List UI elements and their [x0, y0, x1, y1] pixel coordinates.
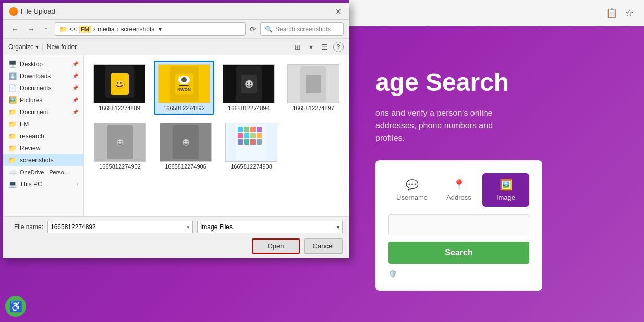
file-item-1665812274894[interactable]: 😀 1665812274894 — [218, 61, 279, 115]
new-folder-button[interactable]: New folder — [47, 43, 77, 51]
filename-1665812274894: 1665812274894 — [228, 105, 270, 111]
document-folder-icon: 📁 — [8, 108, 17, 116]
file-item-1665812274902[interactable]: 😀 1665812274902 — [89, 119, 151, 173]
search-bar[interactable]: 🔍 Search screenshots — [260, 22, 344, 36]
thumbnail-1665812274908 — [225, 123, 277, 162]
thumbnail-1665812274902: 😀 — [94, 123, 146, 162]
file-item-1665812274892[interactable]: NWON 1665812274892 — [154, 61, 214, 115]
image-icon: 🖼️ — [500, 178, 513, 191]
dialog-title: File Upload — [21, 7, 55, 15]
open-button[interactable]: Open — [252, 238, 300, 254]
dialog-title-area: File Upload — [9, 7, 55, 16]
file-item-1665812274889[interactable]: 😀 1665812274889 — [89, 61, 150, 115]
dialog-titlebar: File Upload ✕ — [3, 3, 349, 20]
breadcrumb-icon: 📁 — [59, 26, 67, 33]
filetype-select[interactable]: Image Files ▾ — [197, 221, 343, 233]
sidebar-item-documents[interactable]: 📄 Documents 📌 — [3, 82, 83, 94]
site-title: age Search — [375, 68, 623, 97]
file-upload-dialog: File Upload ✕ ← → ↑ 📁 << FM › media › sc… — [3, 3, 349, 258]
pin-icon-documents: 📌 — [72, 85, 78, 91]
fm-icon: 📁 — [8, 120, 17, 128]
view-detail-button[interactable]: ☰ — [318, 41, 331, 53]
breadcrumb-arrow: › — [93, 26, 95, 33]
breadcrumb-bar[interactable]: 📁 << FM › media › screenshots ▾ — [55, 22, 246, 36]
sidebar-item-research[interactable]: 📁 research — [3, 130, 83, 142]
breadcrumb-screenshots[interactable]: screenshots — [121, 26, 155, 33]
sidebar-item-desktop[interactable]: 🖥️ Desktop 📌 — [3, 58, 83, 70]
sidebar-item-onedrive[interactable]: ☁️ OneDrive - Perso... — [3, 166, 83, 178]
file-grid: 😀 1665812274889 — [84, 55, 349, 216]
thumbnail-1665812274892: NWON — [158, 64, 210, 103]
pin-icon-document: 📌 — [72, 109, 78, 115]
documents-icon: 📄 — [8, 84, 17, 92]
thumbnail-1665812274889: 😀 — [93, 64, 145, 103]
separator: | — [42, 42, 44, 52]
site-description: ons and verify a person's online address… — [375, 107, 623, 145]
cancel-button[interactable]: Cancel — [304, 238, 343, 254]
refresh-button[interactable]: ⟳ — [250, 25, 256, 33]
browser-topbar: 📋 ☆ — [349, 0, 644, 26]
filename-1665812274908: 1665812274908 — [230, 163, 272, 170]
search-button[interactable]: Search — [388, 242, 529, 264]
shield-icon: 🛡️ — [388, 270, 397, 278]
search-input[interactable] — [388, 214, 529, 235]
back-button[interactable]: ← — [8, 24, 21, 34]
tab-image[interactable]: 🖼️ Image — [482, 173, 529, 207]
file-item-1665812274906[interactable]: 😀 1665812274906 — [155, 119, 216, 173]
filename-1665812274897: 1665812274897 — [293, 105, 334, 111]
dialog-footer: File name: 1665812274892 ▾ Image Files ▾… — [3, 216, 349, 258]
view-buttons: ⊞ ▾ ☰ ? — [291, 41, 344, 53]
accessibility-icon[interactable]: ♿ — [5, 296, 26, 317]
review-icon: 📁 — [8, 144, 17, 152]
search-tabs: 💬 Username 📍 Address 🖼️ Image — [388, 173, 529, 207]
address-icon: 📍 — [453, 178, 466, 191]
desktop-icon: 🖥️ — [8, 60, 17, 68]
up-button[interactable]: ↑ — [42, 24, 51, 34]
tab-address[interactable]: 📍 Address — [435, 173, 482, 207]
thispc-icon: 💻 — [8, 180, 17, 188]
filename-1665812274889: 1665812274889 — [99, 105, 140, 111]
sidebar-item-pictures[interactable]: 🖼️ Pictures 📌 — [3, 94, 83, 106]
thumbnail-1665812274906: 😀 — [160, 123, 212, 162]
tab-username[interactable]: 💬 Username — [388, 173, 435, 207]
close-button[interactable]: ✕ — [334, 7, 343, 16]
filename-input[interactable]: 1665812274892 ▾ — [47, 221, 193, 233]
organize-button[interactable]: Organize ▾ — [8, 43, 39, 51]
firefox-icon — [9, 7, 18, 16]
pin-icon-pictures: 📌 — [72, 97, 78, 103]
sidebar-item-thispc[interactable]: 💻 This PC › — [3, 178, 83, 190]
file-row-1: 😀 1665812274889 — [89, 61, 344, 115]
dropdown-arrow: ▾ — [159, 26, 162, 33]
downloads-icon: ⬇️ — [8, 72, 17, 80]
forward-button[interactable]: → — [25, 24, 38, 34]
file-item-1665812274897[interactable]: 1665812274897 — [283, 61, 344, 115]
bookmark-icon[interactable]: ☆ — [625, 7, 634, 19]
help-button[interactable]: ? — [333, 42, 344, 52]
sidebar-item-review[interactable]: 📁 Review — [3, 142, 83, 154]
breadcrumb-fm[interactable]: FM — [79, 26, 91, 33]
nav-toolbar: ← → ↑ 📁 << FM › media › screenshots ▾ ⟳ … — [3, 20, 349, 39]
breadcrumb-arrow2: › — [117, 26, 119, 33]
filename-dropdown-arrow: ▾ — [187, 224, 190, 231]
sidebar-item-screenshots[interactable]: 📁 screenshots — [3, 154, 83, 166]
dialog-body: 🖥️ Desktop 📌 ⬇️ Downloads 📌 📄 Documents … — [3, 55, 349, 216]
filetype-dropdown-arrow: ▾ — [337, 224, 339, 230]
sidebar-item-fm[interactable]: 📁 FM — [3, 118, 83, 130]
view-dropdown-button[interactable]: ▾ — [306, 41, 316, 53]
sidebar-item-document[interactable]: 📁 Document 📌 — [3, 106, 83, 118]
search-widget: 💬 Username 📍 Address 🖼️ Image Search 🛡️ … — [375, 160, 542, 291]
filename-label: File name: — [9, 223, 43, 231]
filename-1665812274892: 1665812274892 — [163, 105, 205, 111]
breadcrumb-media[interactable]: media — [98, 26, 115, 33]
sidebar-item-downloads[interactable]: ⬇️ Downloads 📌 — [3, 70, 83, 82]
pin-icon-downloads: 📌 — [72, 73, 78, 79]
actions-bar: Organize ▾ | New folder ⊞ ▾ ☰ ? — [3, 39, 349, 55]
view-grid-button[interactable]: ⊞ — [291, 41, 304, 53]
footer-buttons: Open Cancel — [9, 238, 343, 254]
pictures-icon: 🖼️ — [8, 96, 17, 104]
expand-icon-thispc: › — [77, 181, 78, 187]
file-item-1665812274908[interactable]: 1665812274908 — [221, 119, 282, 173]
pin-icon-desktop: 📌 — [72, 61, 78, 67]
filename-row: File name: 1665812274892 ▾ Image Files ▾ — [9, 221, 343, 233]
reader-view-icon[interactable]: 📋 — [606, 7, 617, 19]
